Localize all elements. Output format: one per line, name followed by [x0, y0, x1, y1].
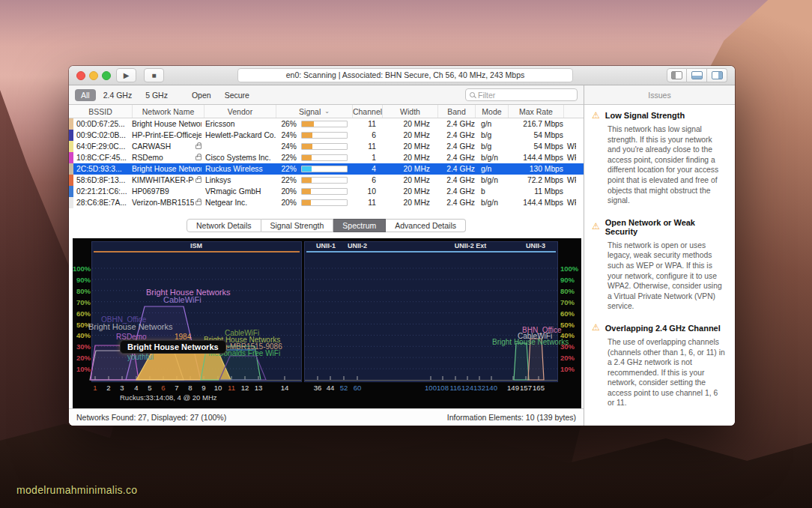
cell-vendor: Ruckus Wireless — [204, 165, 276, 173]
x-tick-label: 44 — [327, 384, 335, 392]
search-icon — [470, 92, 475, 97]
cell-channel: 6 — [352, 176, 382, 184]
close-button[interactable] — [76, 71, 85, 80]
cell-max-rate: 144.4 Mbps — [508, 154, 563, 162]
y-axis-label-left: 60% — [73, 309, 91, 318]
x-tick-label: 2 — [106, 384, 110, 392]
column-header-signal[interactable]: Signal⌄ — [276, 105, 352, 118]
play-icon: ▶ — [124, 71, 130, 79]
signal-bar-fill — [302, 133, 312, 138]
table-row[interactable]: 28:C6:8E:7A...Verizon-MBR1515-9...Netgea… — [69, 197, 584, 208]
table-row[interactable]: 10:8C:CF:45...RSDemoCisco Systems Inc.22… — [69, 152, 584, 163]
scan-stop-button[interactable]: ■ — [144, 68, 164, 82]
tab-signal-strength[interactable]: Signal Strength — [261, 219, 334, 232]
signal-bar-fill — [302, 121, 314, 127]
table-row[interactable]: 64:0F:29:0C...CARWASH24%1120 MHz2.4 GHzb… — [69, 141, 584, 152]
column-header-max-rate[interactable]: Max Rate — [508, 105, 563, 118]
spectrum-network-label: Bright House Networks — [88, 322, 173, 331]
table-row[interactable]: 2C:5D:93:3...Bright House NetworksRuckus… — [69, 163, 584, 175]
spectrum-network-label: Bright House Networks — [492, 338, 569, 346]
cell-band: 2.4 GHz — [437, 120, 475, 128]
cell-network-name: Bright House Networks — [132, 165, 204, 173]
search-input[interactable]: Filter — [465, 88, 578, 101]
table-row[interactable]: 00:9C:02:0B...HP-Print-EE-Officejet 6...… — [69, 130, 584, 141]
cell-channel: 4 — [352, 165, 382, 173]
tab-advanced-details[interactable]: Advanced Details — [386, 219, 466, 232]
band-filter-group: All2.4 GHz5 GHzOpenSecure — [75, 89, 257, 101]
spectrum-network-label: CableWiFi — [163, 295, 202, 304]
minimize-button[interactable] — [89, 71, 98, 80]
cell-vendor: Linksys — [204, 176, 276, 184]
x-tick-label: 140 — [485, 384, 497, 392]
selected-network-tooltip: Bright House Networks — [120, 340, 226, 354]
column-header-vendor[interactable]: Vendor — [204, 105, 276, 118]
cell-network-name: HP0697B9 — [132, 187, 204, 196]
x-tick-label: 116 — [449, 384, 461, 392]
table-header[interactable]: BSSIDNetwork NameVendorSignal⌄ChannelWid… — [69, 105, 584, 118]
cell-channel: 1 — [352, 154, 382, 162]
ism-band-underline — [94, 251, 300, 253]
column-header-width[interactable]: Width — [382, 105, 437, 118]
cell-signal-bar — [301, 188, 352, 195]
band-label-unii-2: UNII-2 — [348, 242, 367, 250]
column-header-band[interactable]: Band — [437, 105, 475, 118]
warning-icon: ⚠ — [592, 112, 600, 120]
cell-wps: WPS — [563, 176, 576, 184]
cell-band: 2.4 GHz — [437, 154, 475, 162]
toggle-right-panel-button[interactable] — [707, 68, 727, 82]
y-axis-label-right: 70% — [560, 298, 578, 306]
cell-wps: WPS — [563, 142, 576, 151]
column-header-network-name[interactable]: Network Name — [132, 105, 204, 118]
lock-icon — [196, 145, 202, 149]
zoom-button[interactable] — [102, 71, 111, 80]
cell-bssid: 00:0D:67:25... — [73, 120, 132, 128]
wifi-explorer-window: ▶ ■ en0: Scanning | Associated: BHN Secu… — [69, 66, 735, 426]
filter-segment-5-ghz[interactable]: 5 GHz — [139, 89, 174, 101]
toggle-left-panel-button[interactable] — [667, 68, 687, 82]
tab-network-details[interactable]: Network Details — [187, 219, 261, 232]
cell-max-rate: 216.7 Mbps — [508, 120, 563, 128]
spectrum-chart[interactable]: ISMUNII-1UNII-2UNII-2 ExtUNII-3100%100%9… — [73, 238, 581, 408]
warning-icon: ⚠ — [592, 324, 600, 332]
cell-mode: g/n — [475, 165, 508, 173]
table-row[interactable]: 02:21:21:C6:...HP0697B9VRmagic GmbH20%10… — [69, 186, 584, 197]
stop-icon: ■ — [151, 71, 156, 79]
tab-spectrum[interactable]: Spectrum — [333, 219, 386, 232]
issue-title: ⚠Open Network or Weak Security — [592, 218, 727, 236]
cell-signal-bar — [301, 199, 352, 206]
cell-signal-percent: 26% — [276, 120, 301, 128]
cell-mode: b — [475, 187, 508, 196]
cell-bssid: 00:9C:02:0B... — [73, 131, 132, 139]
filter-segment-open[interactable]: Open — [186, 89, 217, 101]
cell-width: 20 MHz — [382, 176, 437, 184]
y-axis-label-left: 10% — [73, 365, 91, 373]
y-axis-label-left: 70% — [73, 298, 91, 306]
cell-width: 20 MHz — [382, 199, 437, 207]
filter-segment-all[interactable]: All — [75, 89, 96, 101]
column-header-bssid[interactable]: BSSID — [69, 105, 132, 118]
toggle-bottom-panel-button[interactable] — [687, 68, 707, 82]
cell-channel: 11 — [352, 120, 382, 128]
titlebar[interactable]: ▶ ■ en0: Scanning | Associated: BHN Secu… — [69, 66, 735, 85]
column-header-channel[interactable]: Channel — [352, 105, 382, 118]
filter-segment-2-4-ghz[interactable]: 2.4 GHz — [97, 89, 139, 101]
cell-width: 20 MHz — [382, 165, 437, 173]
column-header-wps[interactable] — [563, 105, 576, 118]
y-axis-label-right: 100% — [560, 264, 578, 273]
filter-segment-secure[interactable]: Secure — [219, 89, 255, 101]
scan-start-button[interactable]: ▶ — [116, 68, 136, 82]
table-row[interactable]: 58:6D:8F:13...KIMWHITAKER-PCLinksys22%62… — [69, 175, 584, 186]
cell-signal-bar — [301, 166, 352, 172]
x-tick-label: 100 — [425, 384, 437, 392]
column-header-mode[interactable]: Mode — [475, 105, 508, 118]
table-row[interactable]: 00:0D:67:25...Bright House NetworksErics… — [69, 118, 584, 130]
cell-channel: 10 — [352, 187, 382, 196]
band-label-unii-1: UNII-1 — [316, 242, 336, 250]
signal-bar-fill — [302, 155, 312, 160]
cell-signal-bar — [301, 143, 352, 150]
cell-band: 2.4 GHz — [437, 142, 475, 151]
issue-item: ⚠Overlapping 2.4 GHz ChannelThe use of o… — [592, 324, 727, 408]
cell-mode: b/g/n — [475, 154, 508, 162]
cell-bssid: 58:6D:8F:13... — [73, 176, 132, 184]
lock-icon — [196, 178, 202, 183]
